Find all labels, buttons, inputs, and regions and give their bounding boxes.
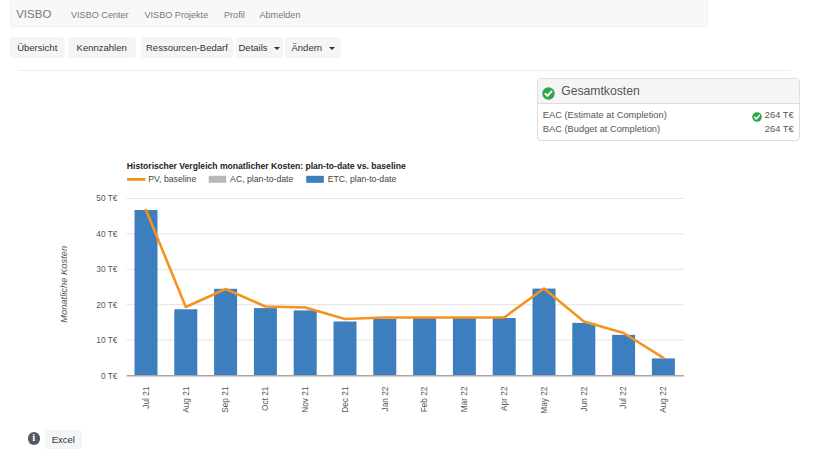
svg-text:AC, plan-to-date: AC, plan-to-date [230, 174, 293, 184]
svg-text:Sep 21: Sep 21 [220, 386, 230, 413]
svg-text:Aug 22: Aug 22 [658, 386, 668, 413]
svg-text:10 T€: 10 T€ [96, 335, 117, 345]
svg-text:Jan 22: Jan 22 [380, 386, 390, 411]
svg-text:Jun 22: Jun 22 [579, 386, 589, 411]
svg-text:Mar 22: Mar 22 [459, 386, 469, 412]
svg-text:0 T€: 0 T€ [101, 371, 118, 381]
svg-text:40 T€: 40 T€ [96, 229, 117, 239]
svg-text:Monatliche Kosten: Monatliche Kosten [58, 246, 69, 323]
svg-text:50 T€: 50 T€ [96, 193, 117, 203]
svg-text:30 T€: 30 T€ [96, 264, 117, 274]
svg-text:Dec 21: Dec 21 [340, 386, 350, 413]
svg-text:Jul 22: Jul 22 [618, 386, 628, 409]
svg-text:Oct 21: Oct 21 [260, 386, 270, 411]
svg-text:May 22: May 22 [539, 386, 549, 414]
svg-text:PV, baseline: PV, baseline [148, 174, 196, 184]
svg-text:Historischer Vergleich monatli: Historischer Vergleich monatlicher Koste… [127, 161, 406, 171]
svg-text:Feb 22: Feb 22 [419, 386, 429, 412]
svg-text:Jul 21: Jul 21 [141, 386, 151, 409]
svg-text:Aug 21: Aug 21 [181, 386, 191, 413]
svg-text:Nov 21: Nov 21 [300, 386, 310, 413]
svg-text:ETC, plan-to-date: ETC, plan-to-date [328, 174, 397, 184]
svg-text:Apr 22: Apr 22 [499, 386, 509, 411]
svg-text:20 T€: 20 T€ [96, 300, 117, 310]
